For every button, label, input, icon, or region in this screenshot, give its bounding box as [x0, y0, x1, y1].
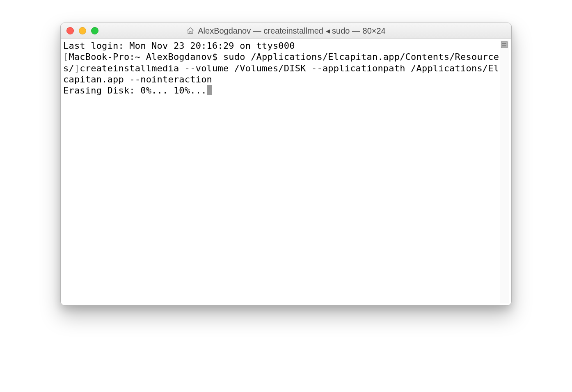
window-title: AlexBogdanov — createinstallmed ◂ sudo —… — [198, 26, 386, 36]
minimize-button[interactable] — [79, 27, 86, 34]
home-icon — [186, 27, 194, 35]
progress-line: Erasing Disk: 0%... 10%... — [63, 85, 207, 96]
cursor — [207, 85, 212, 95]
terminal-output[interactable]: Last login: Mon Nov 23 20:16:29 on ttys0… — [63, 40, 500, 303]
traffic-lights — [61, 27, 98, 34]
prompt-bracket-open: [ — [63, 52, 69, 62]
window-title-wrap: AlexBogdanov — createinstallmed ◂ sudo —… — [61, 26, 511, 36]
close-button[interactable] — [66, 27, 74, 34]
titlebar[interactable]: AlexBogdanov — createinstallmed ◂ sudo —… — [61, 23, 511, 39]
svg-rect-0 — [190, 31, 191, 33]
terminal-window: AlexBogdanov — createinstallmed ◂ sudo —… — [60, 23, 512, 305]
last-login-line: Last login: Mon Nov 23 20:16:29 on ttys0… — [63, 41, 295, 51]
command-wrap: createinstallmedia --volume /Volumes/DIS… — [63, 63, 499, 84]
scrollbar[interactable] — [500, 40, 509, 303]
terminal-body[interactable]: Last login: Mon Nov 23 20:16:29 on ttys0… — [61, 39, 511, 305]
zoom-button[interactable] — [91, 27, 98, 34]
scroll-indicator-icon[interactable] — [501, 41, 508, 48]
prompt-bracket-close: ] — [74, 63, 80, 73]
